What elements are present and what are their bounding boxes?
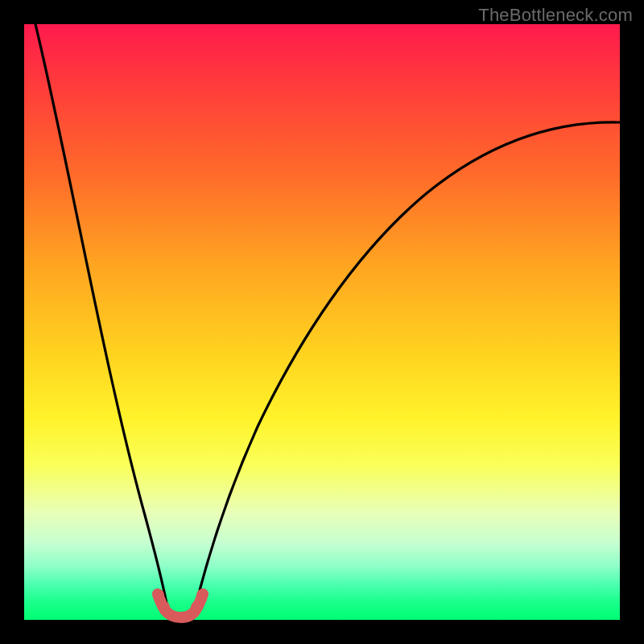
chart-frame: TheBottleneck.com bbox=[0, 0, 644, 644]
curves-svg bbox=[24, 24, 620, 620]
curve-right-branch bbox=[193, 122, 620, 616]
plot-area bbox=[24, 24, 620, 620]
valley-marker-dot-l2 bbox=[159, 601, 170, 613]
valley-marker-dot-r2 bbox=[191, 601, 202, 613]
valley-marker-dot-l1 bbox=[153, 589, 164, 601]
watermark-text: TheBottleneck.com bbox=[478, 5, 633, 26]
valley-marker-dot-r1 bbox=[196, 589, 208, 601]
curve-left-branch bbox=[35, 24, 169, 616]
